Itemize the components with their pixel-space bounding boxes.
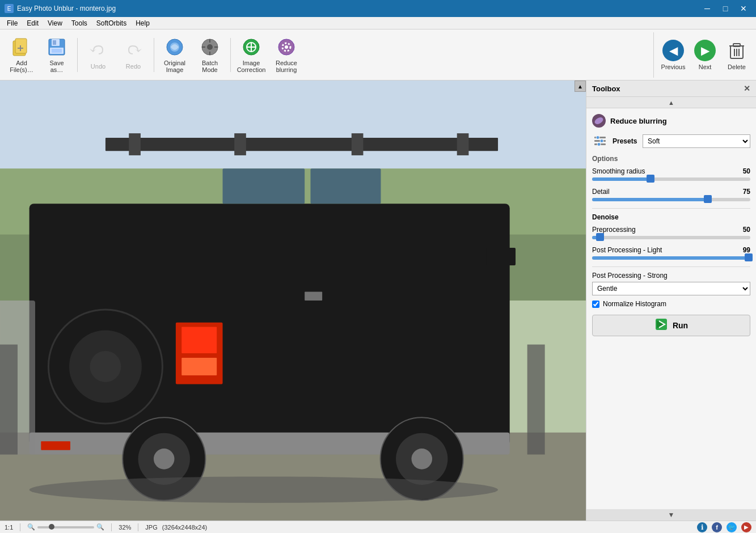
- delete-button[interactable]: Delete: [722, 32, 751, 78]
- detail-label: Detail: [592, 188, 610, 196]
- detail-value: 75: [734, 188, 750, 196]
- svg-rect-3: [20, 45, 21, 51]
- toolbar-sep-2: [154, 38, 154, 72]
- twitter-icon[interactable]: 🐦: [727, 522, 737, 532]
- run-button[interactable]: Run: [592, 315, 750, 336]
- svg-point-59: [411, 449, 432, 469]
- reduce-blurring-section-icon: [592, 114, 606, 128]
- menu-edit[interactable]: Edit: [22, 18, 43, 28]
- reduce-blurring-label: Reduceblurring: [276, 60, 297, 73]
- svg-rect-14: [209, 52, 210, 55]
- toolbox-close-button[interactable]: ✕: [744, 84, 750, 93]
- smoothing-radius-thumb[interactable]: [647, 175, 654, 183]
- add-files-button[interactable]: AddFile(s)…: [5, 32, 39, 78]
- undo-icon: [88, 40, 108, 61]
- minimize-button[interactable]: ─: [699, 2, 715, 15]
- zoom-slider-thumb[interactable]: [49, 524, 54, 530]
- denoise-label: Denoise: [592, 213, 750, 221]
- zoom-percent: 32%: [119, 524, 131, 531]
- format-label: JPG: [145, 524, 157, 531]
- preprocessing-track[interactable]: [592, 236, 750, 239]
- image-area[interactable]: ▲: [0, 81, 586, 521]
- menu-softorbits[interactable]: SoftOrbits: [92, 18, 131, 28]
- next-button[interactable]: ▶ Next: [690, 32, 720, 78]
- svg-point-47: [90, 351, 121, 382]
- options-label: Options: [592, 155, 750, 163]
- menu-help[interactable]: Help: [131, 18, 154, 28]
- section-divider-2: [592, 266, 750, 267]
- svg-rect-6: [53, 40, 56, 45]
- batch-mode-icon: [200, 37, 220, 57]
- reduce-blurring-button[interactable]: Reduceblurring: [269, 32, 303, 78]
- car-image: [0, 81, 586, 521]
- toolbox-scroll-up-button[interactable]: ▲: [586, 97, 756, 108]
- post-strong-label: Post Processing - Strong: [592, 272, 750, 280]
- preprocessing-thumb[interactable]: [596, 233, 604, 241]
- maximize-button[interactable]: □: [717, 2, 733, 15]
- normalize-checkbox[interactable]: [592, 301, 599, 308]
- close-button[interactable]: ✕: [736, 2, 751, 15]
- original-image-button[interactable]: OriginalImage: [158, 32, 192, 78]
- info-icon[interactable]: ℹ: [697, 522, 707, 532]
- toolbox-body: Reduce blurring Presets Soft: [586, 108, 756, 509]
- collapse-panel-button[interactable]: ▲: [575, 81, 586, 92]
- reduce-blurring-section: Reduce blurring: [592, 114, 750, 128]
- save-as-button[interactable]: Saveas…: [40, 32, 74, 78]
- batch-mode-button[interactable]: BatchMode: [193, 32, 227, 78]
- image-correction-button[interactable]: ImageCorrection: [234, 32, 268, 78]
- save-as-icon: [47, 37, 67, 57]
- post-strong-select[interactable]: Gentle Normal Strong: [592, 282, 750, 295]
- detail-fill: [592, 198, 708, 201]
- detail-track[interactable]: [592, 198, 750, 201]
- previous-label: Previous: [661, 64, 686, 70]
- preprocessing-label: Preprocessing: [592, 226, 636, 234]
- svg-rect-50: [181, 358, 217, 375]
- svg-rect-51: [305, 291, 322, 301]
- svg-point-23: [285, 45, 288, 49]
- zoom-out-icon[interactable]: 🔍: [27, 523, 35, 531]
- titlebar-controls[interactable]: ─ □ ✕: [699, 2, 751, 15]
- menu-file[interactable]: File: [2, 18, 22, 28]
- post-light-track[interactable]: [592, 256, 750, 260]
- svg-rect-13: [209, 39, 210, 43]
- detail-thumb[interactable]: [704, 195, 712, 203]
- toolbar-nav: ◀ Previous ▶ Next Delete: [653, 32, 751, 78]
- svg-rect-42: [234, 133, 246, 155]
- svg-rect-15: [202, 46, 205, 48]
- youtube-icon[interactable]: ▶: [741, 522, 751, 532]
- svg-rect-41: [129, 133, 141, 155]
- zoom-slider-track[interactable]: [37, 526, 94, 528]
- presets-select[interactable]: Soft Medium Strong Custom: [643, 134, 750, 148]
- detail-section: Detail 75: [592, 188, 750, 201]
- section-divider-1: [592, 208, 750, 209]
- zoom-in-icon[interactable]: 🔍: [96, 523, 104, 531]
- post-light-thumb[interactable]: [745, 253, 753, 261]
- svg-point-12: [207, 44, 213, 50]
- reduce-blurring-icon: [276, 37, 297, 57]
- preprocessing-section: Preprocessing 50: [592, 226, 750, 239]
- reduce-blurring-section-title: Reduce blurring: [610, 117, 667, 125]
- preprocessing-row: Preprocessing 50: [592, 226, 750, 234]
- menu-tools[interactable]: Tools: [67, 18, 92, 28]
- smoothing-radius-track[interactable]: [592, 177, 750, 181]
- normalize-label: Normalize Histogram: [603, 300, 666, 308]
- add-files-label: AddFile(s)…: [10, 60, 33, 73]
- smoothing-radius-label: Smoothing radius: [592, 167, 645, 175]
- normalize-row: Normalize Histogram: [592, 300, 750, 308]
- status-sep-1: [20, 523, 20, 531]
- menu-view[interactable]: View: [43, 18, 67, 28]
- delete-icon: [726, 40, 747, 61]
- post-light-value: 99: [734, 246, 750, 254]
- status-sep-2: [111, 523, 112, 531]
- previous-button[interactable]: ◀ Previous: [658, 32, 688, 78]
- svg-rect-61: [486, 248, 516, 265]
- redo-button: Redo: [116, 32, 150, 78]
- main-area: ▲: [0, 81, 756, 521]
- toolbox-scroll-down-button[interactable]: ▼: [586, 509, 756, 521]
- svg-point-56: [154, 449, 175, 469]
- presets-row: Presets Soft Medium Strong Custom: [592, 133, 750, 149]
- svg-point-70: [600, 139, 603, 143]
- svg-rect-63: [0, 345, 18, 455]
- svg-rect-53: [41, 441, 70, 450]
- facebook-icon[interactable]: f: [712, 522, 722, 532]
